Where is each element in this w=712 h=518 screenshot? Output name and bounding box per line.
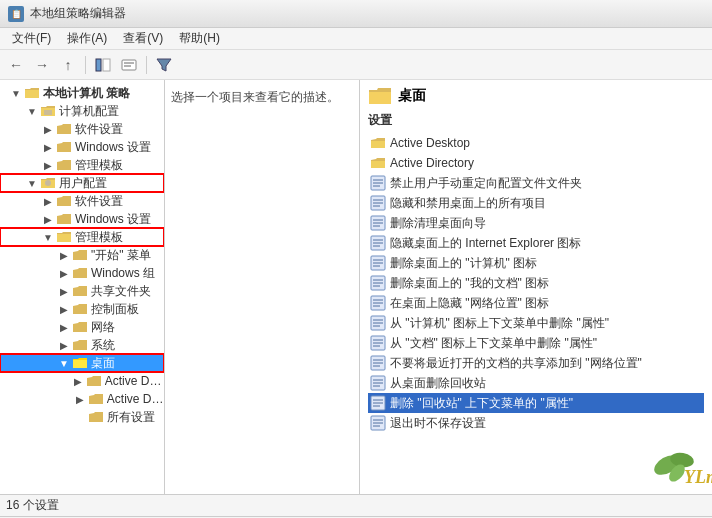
tree-item-comp-sw[interactable]: ▶ 软件设置 xyxy=(0,120,164,138)
tree-label-user-config: 用户配置 xyxy=(59,175,107,192)
toolbar-separator2 xyxy=(146,56,147,74)
title-bar: 📋 本地组策略编辑器 xyxy=(0,0,712,28)
expander-start-menu[interactable]: ▶ xyxy=(56,247,72,263)
settings-item-5[interactable]: 隐藏桌面上的 Internet Explorer 图标 xyxy=(368,233,704,253)
expander-comp-config[interactable]: ▼ xyxy=(24,103,40,119)
tree-label-user-sw: 软件设置 xyxy=(75,193,123,210)
expander-network[interactable]: ▶ xyxy=(56,319,72,335)
folder-icon-system xyxy=(72,337,88,353)
tree-item-comp-config[interactable]: ▼ 计算机配置 xyxy=(0,102,164,120)
tree-item-system[interactable]: ▶ 系统 xyxy=(0,336,164,354)
settings-item-9[interactable]: 从 "计算机" 图标上下文菜单中删除 "属性" xyxy=(368,313,704,333)
settings-icon-1 xyxy=(370,155,386,171)
up-button[interactable]: ↑ xyxy=(56,54,80,76)
expander-comp-win[interactable]: ▶ xyxy=(40,139,56,155)
settings-label-3: 隐藏和禁用桌面上的所有项目 xyxy=(390,195,546,212)
expander-active-de[interactable]: ▶ xyxy=(70,373,86,389)
settings-icon-9 xyxy=(370,315,386,331)
settings-item-1[interactable]: Active Directory xyxy=(368,153,704,173)
show-hide-button[interactable] xyxy=(91,54,115,76)
filter-button[interactable] xyxy=(152,54,176,76)
tree-item-win-group[interactable]: ▶ Windows 组 xyxy=(0,264,164,282)
expander-comp-sw[interactable]: ▶ xyxy=(40,121,56,137)
menu-view[interactable]: 查看(V) xyxy=(115,28,171,49)
settings-item-8[interactable]: 在桌面上隐藏 "网络位置" 图标 xyxy=(368,293,704,313)
right-panel: 桌面 设置 Active DesktopActive Directory禁止用户… xyxy=(360,80,712,494)
main-area: ▼ 本地计算机 策略 ▼ 计算机配置 xyxy=(0,80,712,494)
settings-item-3[interactable]: 隐藏和禁用桌面上的所有项目 xyxy=(368,193,704,213)
folder-icon-shared xyxy=(72,283,88,299)
tree-item-comp-win[interactable]: ▶ Windows 设置 xyxy=(0,138,164,156)
expander-win-group[interactable]: ▶ xyxy=(56,265,72,281)
expander-control-panel[interactable]: ▶ xyxy=(56,301,72,317)
folder-icon-user-sw xyxy=(56,193,72,209)
tree-item-all-settings[interactable]: ▶ 所有设置 xyxy=(0,408,164,426)
settings-icon-13 xyxy=(370,395,386,411)
settings-item-0[interactable]: Active Desktop xyxy=(368,133,704,153)
settings-label-4: 删除清理桌面向导 xyxy=(390,215,486,232)
settings-item-14[interactable]: 退出时不保存设置 xyxy=(368,413,704,433)
folder-icon-desktop xyxy=(72,355,88,371)
expander-desktop[interactable]: ▼ xyxy=(56,355,72,371)
settings-icon-6 xyxy=(370,255,386,271)
settings-icon-2 xyxy=(370,175,386,191)
expander-user-config[interactable]: ▼ xyxy=(24,175,40,191)
expander-root[interactable]: ▼ xyxy=(8,85,24,101)
tree-item-shared[interactable]: ▶ 共享文件夹 xyxy=(0,282,164,300)
tree-item-user-config[interactable]: ▼ 用户配置 xyxy=(0,174,164,192)
folder-icon-comp-sw xyxy=(56,121,72,137)
menu-file[interactable]: 文件(F) xyxy=(4,28,59,49)
properties-button[interactable] xyxy=(117,54,141,76)
tree-root: ▼ 本地计算机 策略 ▼ 计算机配置 xyxy=(0,80,164,430)
watermark-text: YLmF xyxy=(684,467,712,488)
tree-label-start-menu: "开始" 菜单 xyxy=(91,247,151,264)
folder-icon-network xyxy=(72,319,88,335)
tree-label-desktop: 桌面 xyxy=(91,355,115,372)
settings-item-2[interactable]: 禁止用户手动重定向配置文件文件夹 xyxy=(368,173,704,193)
expander-user-admin[interactable]: ▼ xyxy=(40,229,56,245)
menu-help[interactable]: 帮助(H) xyxy=(171,28,228,49)
tree-item-root[interactable]: ▼ 本地计算机 策略 xyxy=(0,84,164,102)
folder-icon-start-menu xyxy=(72,247,88,263)
tree-item-user-admin[interactable]: ▼ 管理模板 xyxy=(0,228,164,246)
back-button[interactable]: ← xyxy=(4,54,28,76)
expander-user-sw[interactable]: ▶ xyxy=(40,193,56,209)
settings-item-12[interactable]: 从桌面删除回收站 xyxy=(368,373,704,393)
expander-user-win[interactable]: ▶ xyxy=(40,211,56,227)
tree-item-control-panel[interactable]: ▶ 控制面板 xyxy=(0,300,164,318)
expander-active-di[interactable]: ▶ xyxy=(72,391,88,407)
left-panel[interactable]: ▼ 本地计算机 策略 ▼ 计算机配置 xyxy=(0,80,165,494)
tree-item-user-sw[interactable]: ▶ 软件设置 xyxy=(0,192,164,210)
settings-item-6[interactable]: 删除桌面上的 "计算机" 图标 xyxy=(368,253,704,273)
top-section-header: 桌面 xyxy=(368,86,704,106)
tree-label-user-admin: 管理模板 xyxy=(75,229,123,246)
svg-rect-1 xyxy=(103,59,110,71)
svg-marker-5 xyxy=(157,59,171,71)
settings-item-4[interactable]: 删除清理桌面向导 xyxy=(368,213,704,233)
tree-item-user-win[interactable]: ▶ Windows 设置 xyxy=(0,210,164,228)
tree-label-win-group: Windows 组 xyxy=(91,265,155,282)
tree-label-system: 系统 xyxy=(91,337,115,354)
tree-item-network[interactable]: ▶ 网络 xyxy=(0,318,164,336)
tree-label-all-settings: 所有设置 xyxy=(107,409,155,426)
folder-icon-comp-config xyxy=(40,103,56,119)
settings-icon-0 xyxy=(370,135,386,151)
tree-item-comp-admin[interactable]: ▶ 管理模板 xyxy=(0,156,164,174)
settings-icon-14 xyxy=(370,415,386,431)
tree-item-active-di[interactable]: ▶ Active Di... xyxy=(0,390,164,408)
settings-item-10[interactable]: 从 "文档" 图标上下文菜单中删除 "属性" xyxy=(368,333,704,353)
settings-item-7[interactable]: 删除桌面上的 "我的文档" 图标 xyxy=(368,273,704,293)
menu-action[interactable]: 操作(A) xyxy=(59,28,115,49)
settings-label-9: 从 "计算机" 图标上下文菜单中删除 "属性" xyxy=(390,315,609,332)
settings-item-13[interactable]: 删除 "回收站" 上下文菜单的 "属性" xyxy=(368,393,704,413)
settings-item-11[interactable]: 不要将最近打开的文档的共享添加到 "网络位置" xyxy=(368,353,704,373)
folder-icon-comp-admin xyxy=(56,157,72,173)
tree-item-desktop[interactable]: ▼ 桌面 xyxy=(0,354,164,372)
tree-item-active-de[interactable]: ▶ Active De... xyxy=(0,372,164,390)
tree-item-start-menu[interactable]: ▶ "开始" 菜单 xyxy=(0,246,164,264)
expander-system[interactable]: ▶ xyxy=(56,337,72,353)
expander-shared[interactable]: ▶ xyxy=(56,283,72,299)
expander-comp-admin[interactable]: ▶ xyxy=(40,157,56,173)
settings-label-13: 删除 "回收站" 上下文菜单的 "属性" xyxy=(390,395,573,412)
forward-button[interactable]: → xyxy=(30,54,54,76)
